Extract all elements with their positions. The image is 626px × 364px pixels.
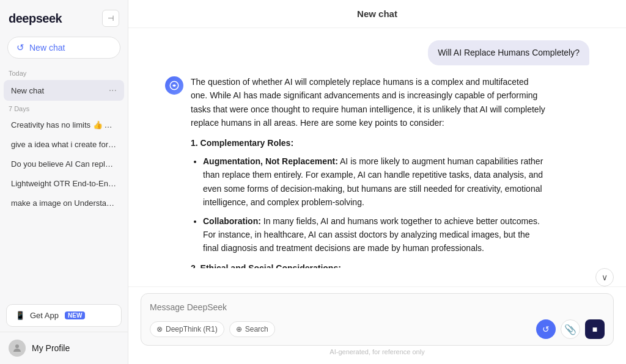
input-box: ⊗ DeepThink (R1) ⊕ Search ↺ 📎	[141, 293, 614, 346]
ai-response-content: The question of whether AI will complete…	[191, 75, 547, 268]
chat-header: New chat	[128, 0, 626, 28]
chat-item-text: New chat	[11, 86, 106, 95]
new-badge: NEW	[65, 311, 85, 319]
collapse-icon: ⊣	[108, 14, 114, 23]
new-chat-icon: ↺	[17, 42, 24, 53]
section-1-bullets: Augmentation, Not Replacement: AI is mor…	[191, 155, 547, 255]
search-icon: ⊕	[236, 325, 242, 333]
new-chat-button[interactable]: ↺ New chat	[7, 37, 120, 59]
sidebar-item-7d-3[interactable]: Do you believe AI Can replace Hu	[4, 155, 124, 173]
main-content: New chat Will AI Replace Humans Complete…	[128, 0, 626, 364]
send-icon: ■	[592, 324, 597, 334]
user-message-text: Will AI Replace Humans Completely?	[438, 48, 580, 57]
attach-button[interactable]: 📎	[561, 319, 580, 339]
sidebar-item-7d-2[interactable]: give a idea what i create for so	[4, 135, 124, 154]
deepthink-button[interactable]: ⊗ DeepThink (R1)	[150, 321, 224, 337]
seven-days-section: 7 Days Creativity has no limits 👍 A gre …	[0, 101, 128, 213]
search-button[interactable]: ⊕ Search	[229, 321, 275, 337]
sidebar-item-7d-1[interactable]: Creativity has no limits 👍 A gre	[4, 115, 124, 134]
today-section-label: Today	[0, 66, 128, 79]
profile-item[interactable]: My Profile	[0, 332, 128, 364]
chat-item-text: Lightweight OTR End-to-End Enc	[11, 179, 117, 188]
input-tools-right: ↺ 📎 ■	[536, 319, 605, 339]
sidebar-item-7d-4[interactable]: Lightweight OTR End-to-End Enc	[4, 174, 124, 193]
refresh-button[interactable]: ↺	[536, 319, 556, 339]
refresh-icon: ↺	[542, 324, 550, 334]
svg-point-0	[15, 344, 19, 348]
user-message: Will AI Replace Humans Completely?	[428, 40, 589, 65]
chat-item-menu-icon[interactable]: ···	[106, 85, 117, 96]
today-section: Today New chat ···	[0, 66, 128, 101]
avatar	[9, 340, 26, 357]
ai-avatar	[165, 76, 183, 95]
footer-disclaimer: AI-generated, for reference only	[141, 346, 614, 355]
phone-icon: 📱	[15, 311, 25, 320]
get-app-label: Get App	[30, 311, 59, 320]
seven-days-section-label: 7 Days	[0, 101, 128, 115]
get-app-button[interactable]: 📱 Get App NEW	[6, 304, 122, 327]
chat-item-text: Creativity has no limits 👍 A gre	[11, 120, 117, 129]
bullet-collaboration: Collaboration: In many fields, AI and hu…	[203, 214, 547, 255]
ai-intro-paragraph: The question of whether AI will complete…	[191, 75, 547, 130]
input-area: ⊗ DeepThink (R1) ⊕ Search ↺ 📎	[128, 286, 626, 364]
deepthink-icon: ⊗	[156, 325, 163, 333]
bullet-augmentation: Augmentation, Not Replacement: AI is mor…	[203, 155, 547, 209]
section-1-heading: 1. Complementary Roles:	[191, 136, 547, 150]
sidebar-item-today-1[interactable]: New chat ···	[4, 80, 124, 101]
input-toolbar: ⊗ DeepThink (R1) ⊕ Search ↺ 📎	[150, 319, 605, 339]
chat-item-text: give a idea what i create for so	[11, 140, 117, 149]
chat-item-text: Do you believe AI Can replace Hu	[11, 159, 117, 169]
sidebar: deepseek ⊣ ↺ New chat Today New chat ···…	[0, 0, 128, 364]
sidebar-item-7d-5[interactable]: make a image on Understanding t	[4, 194, 124, 213]
ai-message: The question of whether AI will complete…	[165, 75, 547, 268]
profile-label: My Profile	[32, 343, 70, 353]
deepthink-label: DeepThink (R1)	[166, 325, 218, 333]
collapse-sidebar-button[interactable]: ⊣	[102, 10, 119, 27]
scroll-down-button[interactable]: ∨	[595, 268, 614, 286]
attach-icon: 📎	[564, 324, 576, 335]
input-tools-left: ⊗ DeepThink (R1) ⊕ Search	[150, 321, 275, 337]
new-chat-label: New chat	[29, 43, 65, 53]
section-2-heading: 2. Ethical and Social Considerations:	[191, 261, 547, 268]
app-logo: deepseek	[9, 12, 62, 26]
scroll-indicator: ∨	[128, 268, 626, 286]
chat-title: New chat	[357, 9, 397, 19]
sidebar-header: deepseek ⊣	[0, 0, 128, 34]
send-button[interactable]: ■	[585, 319, 605, 339]
search-label: Search	[245, 325, 268, 333]
chat-messages: Will AI Replace Humans Completely? The q…	[128, 28, 626, 268]
message-input[interactable]	[150, 300, 605, 315]
chat-item-text: make a image on Understanding t	[11, 198, 117, 208]
